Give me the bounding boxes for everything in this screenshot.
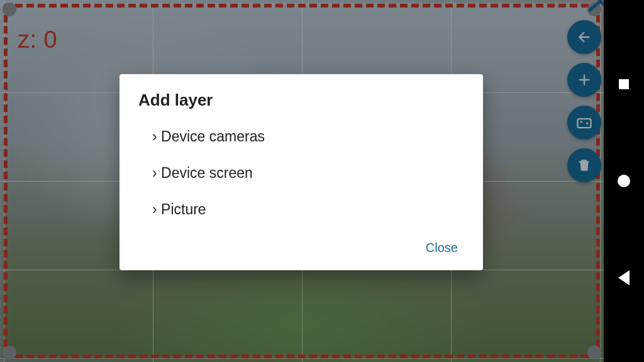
- recents-button[interactable]: [616, 77, 631, 92]
- dialog-option-list: Device cameras Device screen Picture: [138, 128, 464, 219]
- add-layer-dialog: Add layer Device cameras Device screen P…: [119, 74, 483, 270]
- back-button[interactable]: [616, 270, 631, 285]
- option-picture[interactable]: Picture: [152, 200, 464, 219]
- home-button[interactable]: [616, 173, 631, 189]
- option-device-screen[interactable]: Device screen: [152, 164, 464, 183]
- dialog-actions: Close: [138, 237, 464, 259]
- close-button[interactable]: Close: [419, 237, 464, 259]
- dialog-title: Add layer: [138, 90, 464, 110]
- system-nav-bar: [604, 0, 644, 362]
- option-device-cameras[interactable]: Device cameras: [152, 128, 464, 146]
- editor-viewport: z: 0 back-arrow-icon plus-icon swap-came…: [0, 0, 604, 362]
